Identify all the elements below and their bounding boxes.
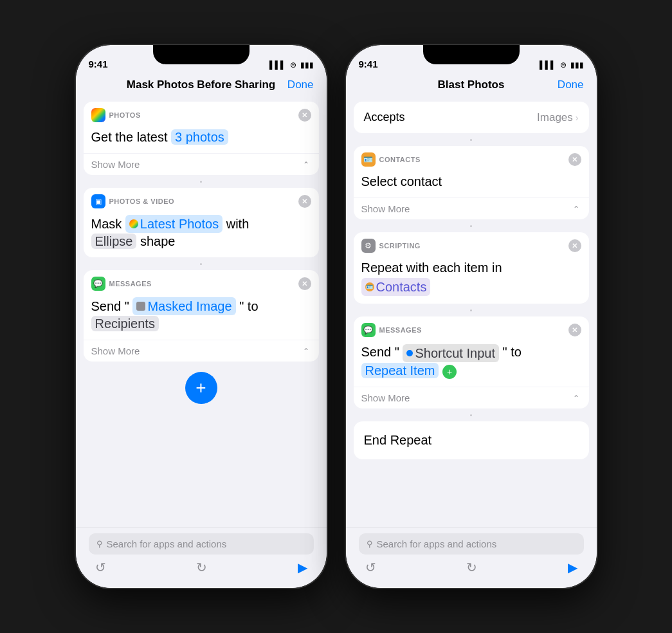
photos-highlight[interactable]: 3 photos bbox=[171, 129, 228, 145]
battery-icon-r: ▮▮▮ bbox=[570, 60, 584, 69]
add-action-button[interactable]: + bbox=[185, 372, 217, 404]
search-bar-right[interactable]: ⚲ Search for apps and actions bbox=[359, 533, 584, 555]
card-photos-header-left: PHOTOS bbox=[91, 108, 141, 122]
undo-icon-left[interactable]: ↺ bbox=[95, 560, 106, 575]
divider-2 bbox=[200, 262, 202, 265]
card-messages-right: 💬 MESSAGES ✕ Send " Shortcut Input bbox=[354, 316, 589, 408]
search-bar-left[interactable]: ⚲ Search for apps and actions bbox=[89, 533, 314, 555]
contacts-close[interactable]: ✕ bbox=[568, 153, 581, 166]
bottom-bar-left: ⚲ Search for apps and actions ↺ ↻ ▶ bbox=[76, 528, 327, 588]
scripting-text: Repeat with each item in 🪪 Contacts bbox=[361, 261, 502, 291]
photos-close[interactable]: ✕ bbox=[298, 109, 311, 122]
card-msg-body: Send " Masked Image " to Recipients bbox=[84, 295, 319, 340]
signal-icon-r: ▌▌▌ bbox=[540, 60, 556, 69]
show-more-text-1: Show More bbox=[91, 159, 140, 170]
status-icons-left: ▌▌▌ ⊜ ▮▮▮ bbox=[269, 60, 314, 69]
accepts-row[interactable]: Accepts Images › bbox=[354, 102, 589, 133]
scripting-close[interactable]: ✕ bbox=[568, 239, 581, 252]
pv-text-pre: Mask bbox=[91, 217, 122, 231]
card-pv-body: Mask Latest Photos with Ellipse shape bbox=[84, 212, 319, 257]
divider-r4 bbox=[470, 414, 472, 416]
status-time-right: 9:41 bbox=[359, 59, 378, 69]
show-more-text-2: Show More bbox=[91, 345, 140, 356]
pv-icon: ▣ bbox=[91, 194, 105, 208]
bottom-actions-left: ↺ ↻ ▶ bbox=[89, 560, 314, 575]
photos-badge: PHOTOS bbox=[109, 111, 141, 119]
search-icon-right: ⚲ bbox=[367, 539, 373, 549]
done-button-left[interactable]: Done bbox=[287, 78, 314, 91]
divider-r3 bbox=[470, 309, 472, 311]
messages-icon-right: 💬 bbox=[361, 323, 376, 337]
nav-bar-left: Mask Photos Before Sharing Done bbox=[76, 73, 327, 96]
msg-show-more[interactable]: Show More ⌃ bbox=[84, 340, 319, 362]
pv-close[interactable]: ✕ bbox=[298, 195, 311, 208]
show-more-text-r2: Show More bbox=[361, 392, 410, 403]
nav-title-left: Mask Photos Before Sharing bbox=[127, 78, 275, 91]
card-msg-r-header-left: 💬 MESSAGES bbox=[361, 323, 422, 337]
contacts-show-more[interactable]: Show More ⌃ bbox=[354, 197, 589, 219]
pv-highlight2[interactable]: Ellipse bbox=[91, 234, 137, 249]
redo-icon-right[interactable]: ↻ bbox=[466, 560, 477, 575]
undo-icon-right[interactable]: ↺ bbox=[365, 560, 376, 575]
scripting-icon: ⚙ bbox=[361, 239, 376, 253]
card-photos-header: PHOTOS ✕ bbox=[84, 102, 319, 126]
bottom-actions-right: ↺ ↻ ▶ bbox=[359, 560, 584, 575]
card-contacts-header: 🪪 CONTACTS ✕ bbox=[354, 146, 589, 170]
card-contacts: 🪪 CONTACTS ✕ Select contact Show More ⌃ bbox=[354, 146, 589, 219]
repeat-item-pill[interactable]: Repeat Item bbox=[361, 363, 439, 378]
photos-text: Get the latest 3 photos bbox=[91, 129, 228, 145]
contacts-text: Select contact bbox=[361, 174, 442, 188]
chevron-up-2: ⌃ bbox=[301, 346, 311, 356]
card-scripting-body: Repeat with each item in 🪪 Contacts bbox=[354, 257, 589, 304]
scene: 9:41 ▌▌▌ ⊜ ▮▮▮ Mask Photos Before Sharin… bbox=[63, 32, 610, 601]
pv-highlight1[interactable]: Latest Photos bbox=[125, 215, 222, 233]
content-left: PHOTOS ✕ Get the latest 3 photos Show Mo… bbox=[76, 96, 327, 543]
card-msg-header-left: 💬 MESSAGES bbox=[91, 277, 152, 291]
pv-text: Mask Latest Photos with Ellipse shape bbox=[91, 217, 250, 248]
msg-close-left[interactable]: ✕ bbox=[298, 277, 311, 290]
card-msg-r-body: Send " Shortcut Input " to Repeat Item + bbox=[354, 341, 589, 387]
card-scripting: ⚙ SCRIPTING ✕ Repeat with each item in 🪪… bbox=[354, 232, 589, 304]
accepts-value-text: Images bbox=[537, 111, 573, 124]
notch-left bbox=[153, 45, 250, 64]
card-msg-r-header: 💬 MESSAGES ✕ bbox=[354, 316, 589, 341]
card-photos-body: Get the latest 3 photos bbox=[84, 126, 319, 153]
photos-icon bbox=[91, 108, 105, 122]
search-icon-left: ⚲ bbox=[96, 539, 103, 549]
chevron-right-accepts: › bbox=[576, 113, 579, 123]
card-photos: PHOTOS ✕ Get the latest 3 photos Show Mo… bbox=[84, 102, 319, 175]
messages-icon-left: 💬 bbox=[91, 277, 105, 291]
card-pv-header-left: ▣ PHOTOS & VIDEO bbox=[91, 194, 175, 208]
play-button-left[interactable]: ▶ bbox=[298, 560, 307, 575]
contacts-icon: 🪪 bbox=[361, 152, 376, 167]
photos-show-more[interactable]: Show More ⌃ bbox=[84, 153, 319, 175]
shortcut-input-highlight[interactable]: Shortcut Input bbox=[403, 344, 499, 362]
phone-left: 9:41 ▌▌▌ ⊜ ▮▮▮ Mask Photos Before Sharin… bbox=[76, 45, 327, 588]
photos-text-pre: Get the latest bbox=[91, 130, 168, 144]
msg-r-show-more[interactable]: Show More ⌃ bbox=[354, 387, 589, 408]
divider-1 bbox=[200, 180, 202, 183]
play-button-right[interactable]: ▶ bbox=[568, 560, 577, 575]
status-icons-right: ▌▌▌ ⊜ ▮▮▮ bbox=[540, 60, 584, 69]
contacts-highlight[interactable]: 🪪 Contacts bbox=[361, 278, 431, 296]
chevron-up-1: ⌃ bbox=[301, 160, 311, 170]
add-recipient-button[interactable]: + bbox=[442, 365, 457, 379]
notch-right bbox=[423, 45, 520, 64]
bottom-bar-right: ⚲ Search for apps and actions ↺ ↻ ▶ bbox=[346, 528, 597, 588]
scripting-badge: SCRIPTING bbox=[379, 242, 421, 250]
card-contacts-body: Select contact bbox=[354, 170, 589, 197]
messages-badge-left: MESSAGES bbox=[109, 280, 152, 288]
accepts-value[interactable]: Images › bbox=[537, 111, 578, 124]
masked-image-highlight[interactable]: Masked Image bbox=[132, 297, 235, 315]
content-right: Accepts Images › 🪪 CONTACTS ✕ bbox=[346, 96, 597, 543]
nav-bar-right: Blast Photos Done bbox=[346, 73, 597, 96]
end-repeat-card: End Repeat bbox=[354, 421, 589, 459]
card-pv-header: ▣ PHOTOS & VIDEO ✕ bbox=[84, 188, 319, 212]
divider-r2 bbox=[470, 225, 472, 227]
done-button-right[interactable]: Done bbox=[558, 78, 584, 91]
card-photovideo: ▣ PHOTOS & VIDEO ✕ Mask Latest Photos bbox=[84, 188, 319, 257]
redo-icon-left[interactable]: ↻ bbox=[196, 560, 207, 575]
recipients-highlight[interactable]: Recipients bbox=[91, 316, 159, 331]
phone-right: 9:41 ▌▌▌ ⊜ ▮▮▮ Blast Photos Done Accepts… bbox=[346, 45, 597, 588]
msg-close-right[interactable]: ✕ bbox=[568, 324, 581, 336]
